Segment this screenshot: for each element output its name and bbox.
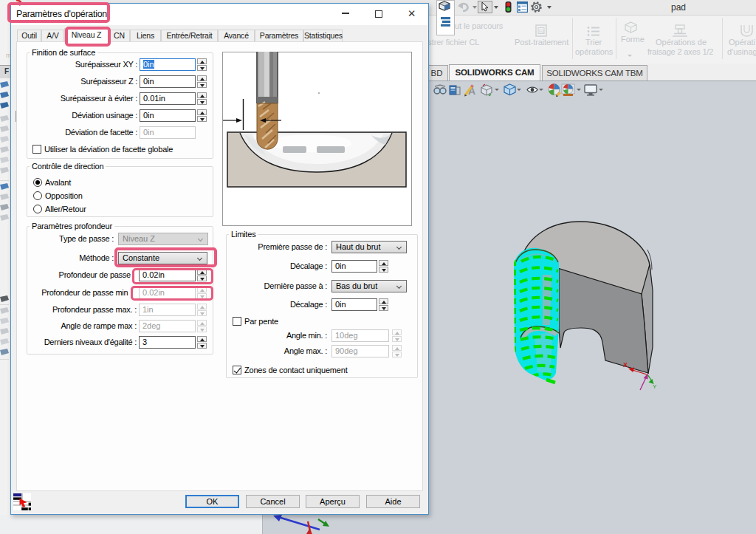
svg-text:X: X — [623, 361, 628, 369]
svg-text:G1: G1 — [539, 29, 544, 33]
svg-text:Y: Y — [653, 383, 657, 390]
